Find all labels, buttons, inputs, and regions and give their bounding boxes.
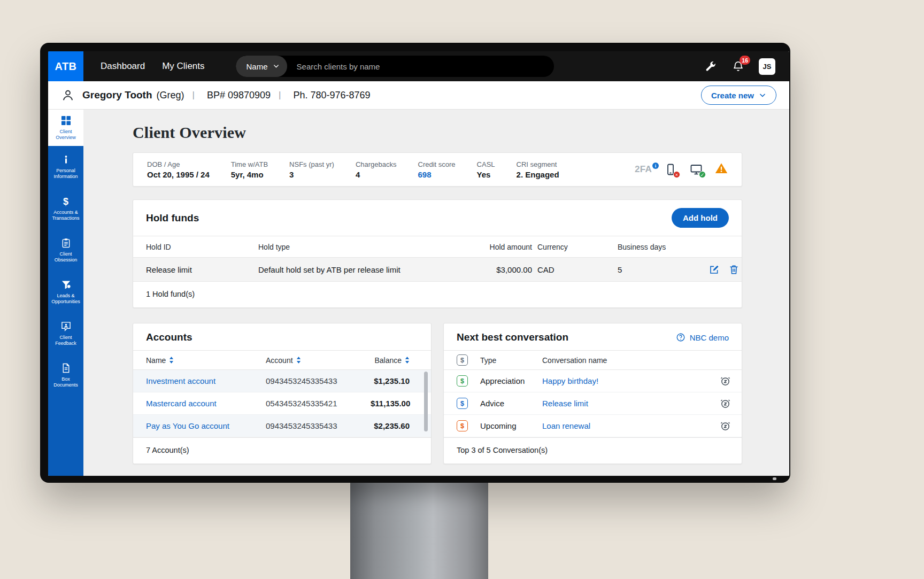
column-header: Business days (618, 243, 709, 251)
column-header: Hold ID (146, 243, 258, 251)
stat-label: Chargebacks (356, 160, 397, 168)
column-header: Hold amount (457, 243, 537, 251)
account-number: 0943453245335433 (266, 376, 371, 385)
sort-icon (405, 357, 410, 364)
column-header: Balance (374, 356, 402, 365)
accounts-scrollbar[interactable] (424, 372, 428, 431)
create-new-label: Create new (711, 91, 754, 100)
client-name: Gregory Tooth (82, 89, 152, 101)
add-hold-button[interactable]: Add hold (672, 208, 729, 228)
nbc-demo-link[interactable]: NBC demo (676, 333, 729, 342)
top-nav: ATB Dashboard My Clients Name (48, 51, 789, 81)
conversation-type: Appreciation (480, 376, 542, 385)
sidebar-item-client-feedback[interactable]: Client Feedback (48, 313, 83, 354)
accounts-card: Accounts Name Account (133, 323, 432, 464)
sidebar-item-client-overview[interactable]: Client Overview (48, 110, 83, 146)
stat-value: Oct 20, 1995 / 24 (147, 170, 210, 179)
stat-credit-score: Credit score 698 (418, 160, 456, 179)
tools-icon[interactable] (703, 59, 717, 73)
account-name-link[interactable]: Mastercard account (146, 399, 266, 408)
hold-amount: $3,000.00 (457, 265, 537, 274)
search-filter-dropdown[interactable]: Name (236, 56, 287, 77)
client-header: Gregory Tooth (Greg) | BP# 09870909 | Ph… (48, 81, 789, 110)
conversation-type: Upcoming (480, 421, 542, 430)
sidebar-item-label: Client Obsession (49, 251, 82, 263)
conversation-link[interactable]: Release limit (542, 399, 715, 408)
sidebar-item-label: Box Documents (49, 376, 82, 388)
nav-item-my-clients[interactable]: My Clients (162, 61, 204, 72)
screen: ATB Dashboard My Clients Name (48, 51, 789, 476)
account-name-link[interactable]: Investment account (146, 376, 266, 385)
sort-by-account[interactable]: Account (266, 356, 371, 365)
sidebar-item-client-obsession[interactable]: Client Obsession (48, 229, 83, 271)
nav-item-dashboard[interactable]: Dashboard (101, 61, 145, 72)
table-row: Appreciation Happy birthday! (444, 370, 742, 392)
table-row: Pay as You Go account 0943453245335433 $… (133, 415, 431, 437)
blocked-badge: × (673, 171, 680, 178)
sidebar-item-accounts-transactions[interactable]: $ Accounts & Transactions (48, 188, 83, 229)
account-name-link[interactable]: Pay as You Go account (146, 421, 266, 430)
sidebar-item-label: Accounts & Transactions (49, 210, 82, 221)
edit-icon[interactable] (709, 264, 720, 275)
sidebar-item-leads-opportunities[interactable]: Leads & Opportunities (48, 271, 83, 313)
nav-right-cluster: 16 JS (703, 58, 789, 75)
column-header: Type (480, 356, 542, 365)
hold-business-days: 5 (618, 265, 709, 274)
sidebar-item-label: Client Feedback (49, 335, 82, 346)
account-balance: $2,235.60 (371, 421, 410, 430)
sidebar-item-box-documents[interactable]: Box Documents (48, 354, 83, 396)
twofa-label: 2FA (635, 164, 652, 174)
page-title: Client Overview (133, 123, 742, 142)
sidebar: Client Overview Personal Information $ A… (48, 110, 83, 476)
column-header: Hold type (258, 243, 457, 251)
account-number: 0943453245335433 (266, 421, 371, 430)
delete-icon[interactable] (728, 264, 740, 275)
nbc-column-headers: Type Conversation name (444, 350, 742, 370)
sidebar-item-personal-information[interactable]: Personal Information (48, 146, 83, 188)
stat-value: 5yr, 4mo (231, 170, 268, 179)
snooze-icon[interactable] (720, 375, 731, 387)
atb-logo: ATB (48, 51, 83, 81)
funnel-icon (60, 280, 71, 290)
sort-icon (169, 357, 174, 364)
snooze-icon[interactable] (720, 420, 731, 431)
stat-time-with-atb: Time w/ATB 5yr, 4mo (231, 160, 268, 179)
client-status-icons: 2FA i × ✓ (635, 162, 728, 177)
hold-funds-footer: 1 Hold fund(s) (133, 281, 742, 307)
stat-label: CRI segment (517, 160, 559, 168)
table-row: Upcoming Loan renewal (444, 415, 742, 437)
notification-count-badge: 16 (740, 56, 750, 65)
power-led (773, 477, 776, 480)
hold-funds-card: Hold funds Add hold Hold ID Hold type Ho… (133, 199, 742, 308)
stat-label: Time w/ATB (231, 160, 268, 168)
person-icon (61, 88, 75, 102)
conversation-link[interactable]: Happy birthday! (542, 376, 715, 385)
document-icon (60, 363, 71, 374)
client-nickname: (Greg) (157, 90, 184, 101)
nbc-demo-label: NBC demo (690, 333, 729, 342)
table-row: Mastercard account 0543453245335421 $11,… (133, 392, 431, 415)
monitor-stand (350, 483, 488, 579)
sidebar-item-label: Leads & Opportunities (49, 293, 82, 305)
search-input[interactable] (287, 62, 554, 71)
account-balance: $1,235.10 (371, 376, 410, 385)
create-new-button[interactable]: Create new (701, 86, 776, 105)
dollar-icon (457, 354, 468, 366)
hold-id: Release limit (146, 265, 258, 274)
stat-cri-segment: CRI segment 2. Engaged (517, 160, 559, 179)
accounts-column-headers: Name Account Balance (133, 350, 431, 370)
dollar-icon (457, 398, 468, 409)
sort-by-balance[interactable]: Balance (374, 356, 410, 365)
nbc-header: Next best conversation NBC demo (444, 323, 742, 350)
snooze-icon[interactable] (720, 398, 731, 409)
dollar-icon: $ (60, 196, 71, 207)
conversation-link[interactable]: Loan renewal (542, 421, 715, 430)
notifications-bell-icon[interactable]: 16 (731, 59, 745, 73)
clipboard-icon (60, 238, 71, 249)
bottom-row: Accounts Name Account (133, 323, 742, 464)
sort-by-name[interactable]: Name (146, 356, 266, 365)
twofa-info-icon: i (652, 163, 659, 169)
user-avatar[interactable]: JS (759, 58, 775, 75)
desktop-verified-icon: ✓ (689, 163, 703, 176)
credit-score-link[interactable]: 698 (418, 170, 456, 179)
